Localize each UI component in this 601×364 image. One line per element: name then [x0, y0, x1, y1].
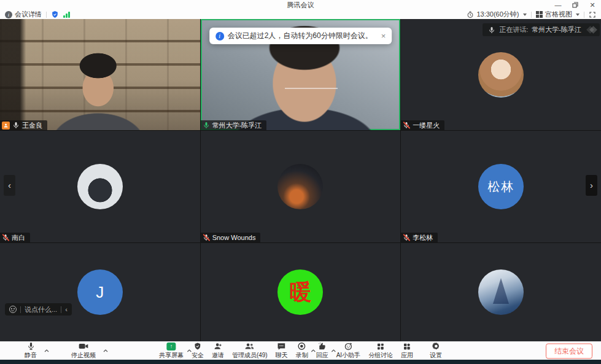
name-tag: 王金良 — [0, 120, 47, 130]
meeting-toolbar: 静音 停止视频 ↑ 共享屏幕 安全 邀请 — [0, 341, 601, 360]
avatar — [77, 164, 123, 209]
video-tile-mountain[interactable] — [401, 243, 601, 341]
restore-button[interactable] — [570, 1, 580, 9]
emoji-icon[interactable] — [9, 306, 17, 313]
banner-text: 会议已超过2人，自动转为60分钟限时会议。 — [228, 31, 373, 41]
members-icon — [245, 342, 255, 350]
meeting-detail-button[interactable]: i 会议详情 — [5, 10, 42, 19]
ai-assistant-button[interactable]: AI小助手 — [334, 342, 363, 360]
divider — [531, 12, 532, 18]
collapse-chevron-icon[interactable]: ‹ — [65, 306, 68, 313]
meeting-time-label: 13:30(60分钟) — [476, 10, 519, 19]
record-icon — [298, 342, 306, 350]
meeting-security-button[interactable] — [51, 10, 59, 18]
network-status-button[interactable] — [63, 12, 70, 18]
divider — [46, 12, 47, 18]
manage-members-button[interactable]: 管理成员(49) — [230, 342, 270, 360]
shield-check-icon — [51, 10, 59, 18]
window-controls: — ✕ — [553, 1, 597, 9]
meeting-detail-label: 会议详情 — [15, 10, 42, 19]
participant-name: 南白 — [12, 233, 25, 242]
avatar — [478, 269, 524, 315]
divider — [20, 306, 21, 313]
host-badge-icon — [2, 122, 10, 130]
mic-muted-icon — [203, 234, 210, 241]
name-tag: Snow Wounds — [201, 233, 261, 242]
end-meeting-button[interactable]: 结束会议 — [546, 343, 592, 358]
share-screen-button[interactable]: ↑ 共享屏幕 — [157, 342, 186, 360]
info-icon: i — [215, 32, 224, 41]
name-tag: 南白 — [0, 233, 30, 242]
meeting-menubar: i 会议详情 13:30(60分钟) 宫格视图 — [0, 10, 601, 19]
shield-icon — [193, 342, 201, 350]
speaking-label: 正在讲话: — [499, 25, 528, 34]
mic-on-icon — [12, 122, 20, 129]
mic-icon — [488, 26, 495, 34]
chat-icon — [277, 342, 286, 350]
window-title: 腾讯会议 — [287, 1, 314, 10]
ai-assistant-icon — [344, 342, 352, 350]
avatar-text: 暖 — [289, 277, 311, 308]
video-tile-lisonglin[interactable]: 松林 李松林 — [401, 131, 601, 242]
video-tile-wangjinliang[interactable]: 王金良 — [0, 19, 200, 130]
invite-button[interactable]: 邀请 — [209, 342, 227, 360]
next-page-arrow[interactable]: › — [586, 175, 597, 196]
avatar: 松林 — [478, 164, 524, 209]
chevron-down-icon — [523, 14, 527, 16]
reaction-button[interactable]: 回应 — [314, 342, 331, 360]
view-mode-button[interactable]: 宫格视图 — [536, 10, 580, 19]
screen-share-icon: ↑ — [166, 342, 176, 350]
avatar: J — [77, 269, 123, 315]
participant-name: 一缕星火 — [413, 121, 440, 130]
avatar — [478, 52, 524, 98]
invite-icon — [214, 342, 222, 350]
watermark-logo-icon — [587, 27, 596, 33]
video-tile-nanbai[interactable]: 南白 — [0, 131, 200, 242]
minimize-button[interactable]: — — [553, 1, 563, 9]
avatar — [277, 164, 323, 209]
active-speaker-indicator: 正在讲话: 常州大学-陈孚江 — [483, 23, 600, 36]
breakout-icon — [377, 342, 385, 350]
mic-muted-icon — [403, 122, 410, 129]
mic-icon — [27, 342, 35, 350]
chevron-up-icon[interactable] — [44, 346, 49, 354]
breakout-rooms-button[interactable]: 分组讨论 — [366, 342, 395, 360]
close-icon[interactable]: × — [381, 32, 386, 40]
video-tile-j[interactable]: J — [0, 243, 200, 341]
fullscreen-icon — [589, 11, 596, 18]
close-button[interactable]: ✕ — [587, 1, 597, 9]
participant-name: 李松林 — [413, 233, 433, 242]
divider — [584, 12, 584, 18]
video-tile-snow-wounds[interactable]: Snow Wounds — [201, 131, 401, 242]
settings-gear-icon — [432, 342, 440, 350]
chat-button[interactable]: 聊天 — [273, 342, 290, 360]
info-icon: i — [5, 11, 12, 18]
record-button[interactable]: 录制 — [293, 342, 311, 360]
chat-placeholder[interactable]: 说点什么... — [25, 305, 57, 314]
participant-name: 王金良 — [22, 121, 42, 130]
reaction-icon — [318, 342, 327, 350]
fullscreen-button[interactable] — [589, 11, 596, 18]
settings-button[interactable]: 设置 — [427, 342, 444, 360]
chevron-up-icon[interactable] — [103, 346, 108, 354]
participant-video — [0, 19, 200, 130]
clock-icon — [467, 11, 474, 18]
prev-page-arrow[interactable]: ‹ — [4, 175, 15, 196]
name-tag: 李松林 — [401, 233, 438, 242]
bottom-edge-strip — [0, 360, 601, 364]
stop-video-button[interactable]: 停止视频 — [69, 342, 98, 360]
participant-name: 常州大学-陈孚江 — [212, 121, 262, 130]
participant-name: Snow Wounds — [212, 234, 256, 241]
meeting-timer-button[interactable]: 13:30(60分钟) — [467, 10, 526, 19]
avatar-text: J — [96, 283, 104, 302]
quick-chat-input[interactable]: 说点什么... ‹ — [5, 303, 72, 316]
mic-muted-icon — [2, 234, 9, 241]
apps-button[interactable]: 应用 — [398, 342, 416, 360]
mute-button[interactable]: 静音 — [22, 342, 39, 360]
video-tile-nuan[interactable]: 暖 — [201, 243, 401, 341]
avatar-text: 松林 — [487, 179, 514, 195]
security-button[interactable]: 安全 — [189, 342, 206, 360]
name-tag: 常州大学-陈孚江 — [201, 120, 267, 130]
mic-muted-icon — [403, 234, 410, 241]
view-mode-label: 宫格视图 — [545, 10, 572, 19]
